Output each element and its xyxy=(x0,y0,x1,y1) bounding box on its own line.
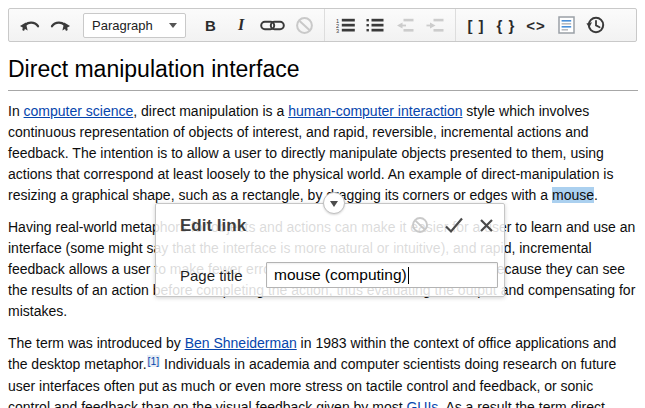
wiki-link[interactable]: GUIs xyxy=(406,399,438,408)
paragraph: In computer science, direct manipulation… xyxy=(8,101,638,206)
format-dropdown[interactable]: Paragraph xyxy=(83,13,186,38)
text-run: . xyxy=(594,187,598,203)
bullet-list-button[interactable] xyxy=(360,9,390,41)
undo-icon xyxy=(19,18,41,33)
no-symbol-icon xyxy=(295,16,314,35)
bullet-list-icon xyxy=(366,18,384,33)
link-button[interactable] xyxy=(256,9,289,41)
triangle-down-icon xyxy=(330,201,338,207)
paragraph: The term was introduced by Ben Shneiderm… xyxy=(8,333,638,408)
clear-formatting-button[interactable] xyxy=(289,9,319,41)
italic-icon: I xyxy=(238,16,244,34)
redo-button[interactable] xyxy=(45,9,75,41)
numbered-list-button[interactable]: 1 2 3 xyxy=(330,9,360,41)
edit-link-dialog: Edit link Page title mouse (computing) xyxy=(155,203,505,297)
toolbar-separator xyxy=(324,9,325,41)
text-run: In xyxy=(8,103,24,119)
bold-icon: B xyxy=(205,17,217,34)
dialog-title: Edit link xyxy=(180,216,246,236)
document-icon xyxy=(558,16,575,34)
editor-toolbar: Paragraph B I 1 2 3 xyxy=(8,8,637,42)
indent-icon xyxy=(426,18,444,33)
svg-text:3: 3 xyxy=(336,27,339,32)
text-caret xyxy=(408,267,409,284)
close-button[interactable] xyxy=(479,218,494,233)
code-icon: <> xyxy=(526,17,546,34)
chevron-down-icon xyxy=(169,23,177,28)
italic-button[interactable]: I xyxy=(226,9,256,41)
bold-button[interactable]: B xyxy=(196,9,226,41)
accept-button[interactable] xyxy=(444,217,464,234)
page-title-field-row: Page title mouse (computing) xyxy=(180,262,498,288)
history-button[interactable] xyxy=(581,9,611,41)
wikitext-brackets-button[interactable]: [ ] xyxy=(461,9,491,41)
brackets-icon: [ ] xyxy=(467,17,484,34)
wiki-link[interactable]: computer science xyxy=(24,103,134,119)
numbered-list-icon: 1 2 3 xyxy=(336,18,355,33)
page-title: Direct manipulation interface xyxy=(8,50,638,91)
reference-list-button[interactable] xyxy=(551,9,581,41)
dialog-actions xyxy=(411,216,494,234)
text-run: The term was introduced by xyxy=(8,335,185,351)
reference-marker[interactable]: [1] xyxy=(147,355,161,367)
page-title-field-label: Page title xyxy=(180,267,266,284)
selected-text: mouse xyxy=(552,187,594,203)
page-title-input[interactable]: mouse (computing) xyxy=(266,262,498,288)
format-dropdown-value: Paragraph xyxy=(92,18,169,33)
outdent-button[interactable] xyxy=(390,9,420,41)
text-run: , direct manipulation is a xyxy=(133,103,288,119)
undo-button[interactable] xyxy=(15,9,45,41)
check-icon xyxy=(444,217,464,234)
no-symbol-icon xyxy=(411,216,429,234)
indent-button[interactable] xyxy=(420,9,450,41)
history-clock-icon xyxy=(586,15,606,35)
redo-icon xyxy=(49,18,71,33)
close-icon xyxy=(479,218,494,233)
wiki-link[interactable]: human-computer interaction xyxy=(288,103,462,119)
outdent-icon xyxy=(396,18,414,33)
wiki-link[interactable]: Ben Shneiderman xyxy=(185,335,297,351)
template-braces-button[interactable]: { } xyxy=(491,9,521,41)
remove-link-button[interactable] xyxy=(411,216,429,234)
braces-icon: { } xyxy=(497,17,516,34)
code-button[interactable]: <> xyxy=(521,9,551,41)
page-title-input-value: mouse (computing) xyxy=(274,266,407,284)
link-context-indicator[interactable] xyxy=(323,192,345,214)
link-icon xyxy=(260,19,285,32)
toolbar-separator xyxy=(455,9,456,41)
